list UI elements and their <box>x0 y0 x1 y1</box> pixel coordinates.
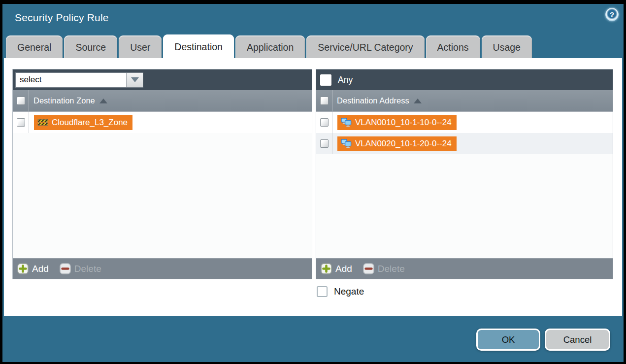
zone-select-dropdown-button[interactable] <box>126 73 143 87</box>
address-icon <box>341 139 352 148</box>
table-row: VLAN0020_10-1-20-0--24 <box>316 133 613 154</box>
add-icon <box>321 263 332 274</box>
zone-footer-toolbar: Add Delete <box>13 258 312 279</box>
address-entry[interactable]: VLAN0020_10-1-20-0--24 <box>337 136 457 151</box>
any-checkbox[interactable] <box>320 74 331 86</box>
chevron-down-icon <box>131 77 139 82</box>
tab-destination[interactable]: Destination <box>163 34 234 59</box>
zone-icon <box>37 118 48 127</box>
table-row: VLAN0010_10-1-10-0--24 <box>316 112 613 133</box>
add-icon <box>17 263 29 274</box>
any-label: Any <box>338 75 353 85</box>
address-footer-toolbar: Add Delete <box>316 258 613 279</box>
address-add-button[interactable]: Add <box>321 263 352 274</box>
negate-option: Negate <box>317 286 364 297</box>
address-row-checkbox[interactable] <box>320 118 329 127</box>
dialog-title: Security Policy Rule <box>15 12 109 24</box>
address-entry-label: VLAN0010_10-1-10-0--24 <box>355 118 452 128</box>
address-delete-button[interactable]: Delete <box>363 263 405 274</box>
address-row-checkbox[interactable] <box>320 139 329 148</box>
tab-actions[interactable]: Actions <box>426 35 480 59</box>
zone-row-checkbox[interactable] <box>17 118 25 127</box>
sort-ascending-icon[interactable] <box>414 99 422 103</box>
zone-delete-button[interactable]: Delete <box>60 263 101 274</box>
zone-add-button[interactable]: Add <box>17 263 49 274</box>
tab-bar: General Source User Destination Applicat… <box>6 34 532 59</box>
negate-label: Negate <box>334 286 364 297</box>
address-entry-label: VLAN0020_10-1-20-0--24 <box>355 139 452 149</box>
delete-icon <box>363 263 374 274</box>
address-list: VLAN0010_10-1-10-0--24 <box>316 112 613 258</box>
destination-tab-content: Destination Zone <box>4 58 622 316</box>
address-column-header: Destination Address <box>337 96 409 105</box>
tab-general[interactable]: General <box>6 35 63 59</box>
tab-service-url-category[interactable]: Service/URL Category <box>306 35 424 59</box>
destination-zone-panel: Destination Zone <box>12 69 312 279</box>
zone-column-header-row: Destination Zone <box>13 90 312 112</box>
zone-column-header: Destination Zone <box>33 96 95 105</box>
cancel-button[interactable]: Cancel <box>545 329 610 351</box>
delete-icon <box>60 263 71 274</box>
zone-select-all-checkbox[interactable] <box>17 97 25 105</box>
negate-checkbox[interactable] <box>317 286 328 297</box>
address-toolbar: Any <box>316 69 613 90</box>
tab-application[interactable]: Application <box>235 35 305 59</box>
address-column-header-row: Destination Address <box>316 90 613 112</box>
help-icon[interactable]: ? <box>605 8 619 21</box>
zone-toolbar <box>13 69 312 90</box>
tab-source[interactable]: Source <box>64 35 117 59</box>
security-policy-rule-dialog: Security Policy Rule ? General Source Us… <box>2 4 624 362</box>
zone-entry[interactable]: Cloudflare_L3_Zone <box>34 115 132 130</box>
zone-select-input[interactable] <box>16 73 126 87</box>
zone-list: Cloudflare_L3_Zone <box>13 112 312 258</box>
sort-ascending-icon[interactable] <box>99 99 107 103</box>
address-icon <box>341 118 352 127</box>
destination-address-panel: Any Destination Address <box>316 69 613 279</box>
tab-usage[interactable]: Usage <box>482 35 532 59</box>
table-row: Cloudflare_L3_Zone <box>13 112 312 133</box>
address-select-all-checkbox[interactable] <box>320 97 329 105</box>
ok-button[interactable]: OK <box>476 329 540 351</box>
zone-entry-label: Cloudflare_L3_Zone <box>52 118 128 128</box>
address-entry[interactable]: VLAN0010_10-1-10-0--24 <box>337 115 457 130</box>
zone-select-combo <box>15 72 143 88</box>
tab-user[interactable]: User <box>119 35 162 59</box>
